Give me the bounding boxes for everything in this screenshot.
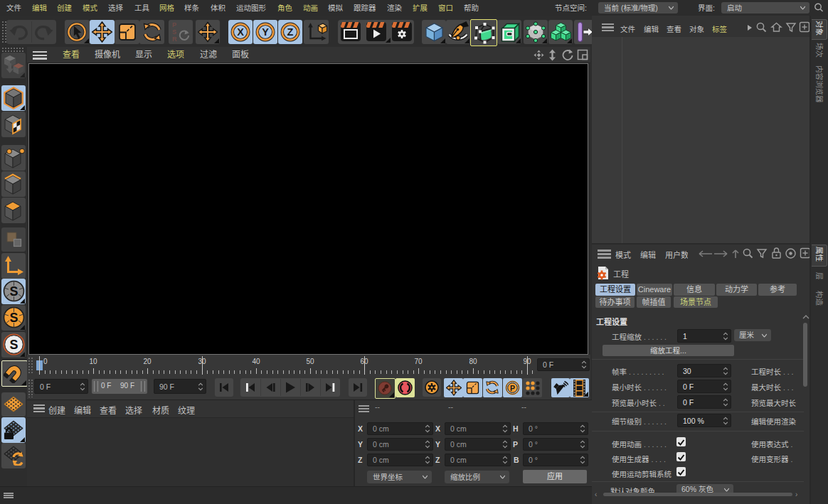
svg-text:X: X	[237, 26, 244, 38]
svg-text:S: S	[9, 284, 18, 299]
svg-text:Z: Z	[287, 26, 294, 38]
svg-text:P: P	[510, 384, 515, 392]
svg-text:S: S	[9, 338, 18, 352]
svg-text:Y: Y	[262, 26, 269, 38]
svg-text:S: S	[9, 311, 18, 325]
